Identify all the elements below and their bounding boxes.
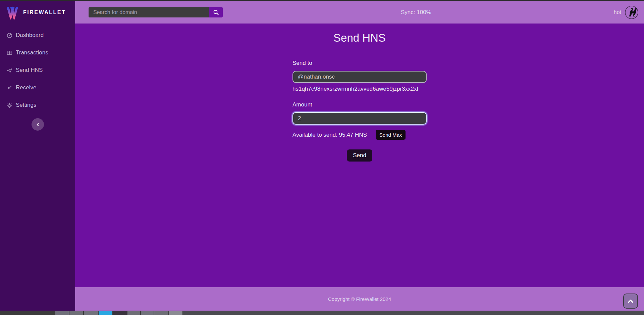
sidebar-item-label: Dashboard: [16, 32, 44, 39]
taskbar-segment[interactable]: [141, 311, 154, 315]
receive-arrow-icon: [7, 85, 12, 91]
amount-label: Amount: [292, 101, 427, 108]
taskbar-segment[interactable]: [69, 311, 83, 315]
search-input[interactable]: [89, 7, 209, 17]
domain-search: [89, 7, 223, 17]
search-icon: [213, 9, 219, 15]
wallet-name: hot: [614, 9, 621, 15]
taskbar-segment[interactable]: [183, 311, 644, 315]
firewallet-logo-icon: [5, 5, 19, 19]
app-title: FIREWALLET: [23, 9, 66, 15]
sidebar-item-settings[interactable]: Settings: [0, 96, 75, 114]
taskbar-strip[interactable]: [0, 311, 644, 315]
app-logo[interactable]: FIREWALLET: [0, 1, 75, 22]
sidebar-nav: Dashboard Transactions Send HNS Receive …: [0, 27, 75, 114]
table-icon: [7, 50, 12, 56]
amount-input[interactable]: [292, 112, 427, 125]
main-content: Send HNS Send to hs1qh7c98nexsrzwrmnh2av…: [75, 24, 644, 287]
resolved-address: hs1qh7c98nexsrzwrmnh2avved6awe59jzpr3xx2…: [292, 86, 427, 92]
available-balance: Available to send: 95.47 HNS: [292, 132, 367, 138]
taskbar-segment[interactable]: [99, 311, 112, 315]
wallet-area[interactable]: hot: [614, 1, 639, 24]
search-button[interactable]: [209, 7, 223, 17]
gauge-icon: [7, 33, 12, 38]
send-to-label: Send to: [292, 60, 427, 66]
taskbar-segment[interactable]: [84, 311, 98, 315]
send-max-button[interactable]: Send Max: [376, 130, 406, 140]
chevron-up-icon: [627, 299, 634, 304]
sidebar-item-label: Settings: [16, 102, 36, 108]
sidebar-item-dashboard[interactable]: Dashboard: [0, 27, 75, 44]
handshake-logo-icon[interactable]: [625, 5, 639, 19]
chevron-left-icon: [35, 122, 41, 128]
gear-icon: [7, 102, 12, 108]
taskbar-segment[interactable]: [169, 311, 182, 315]
taskbar-segment[interactable]: [154, 311, 168, 315]
sidebar: FIREWALLET Dashboard Transactions Send H…: [0, 1, 75, 311]
sidebar-item-receive[interactable]: Receive: [0, 79, 75, 96]
send-button[interactable]: Send: [347, 149, 372, 162]
send-form: Send to hs1qh7c98nexsrzwrmnh2avved6awe59…: [292, 60, 427, 162]
sidebar-item-label: Receive: [16, 84, 36, 91]
sidebar-item-transactions[interactable]: Transactions: [0, 44, 75, 61]
sidebar-item-send-hns[interactable]: Send HNS: [0, 61, 75, 79]
sidebar-item-label: Send HNS: [16, 67, 43, 74]
available-row: Available to send: 95.47 HNS Send Max: [292, 130, 427, 140]
sidebar-collapse-button[interactable]: [32, 118, 44, 131]
send-row: Send: [292, 149, 427, 162]
page-title: Send HNS: [75, 32, 644, 44]
footer: Copyright © FireWallet 2024: [75, 287, 644, 311]
scroll-to-top-button[interactable]: [623, 294, 638, 309]
sync-status: Sync: 100%: [401, 1, 431, 24]
taskbar-segment[interactable]: [127, 311, 140, 315]
sidebar-item-label: Transactions: [16, 49, 48, 56]
topbar: Sync: 100% hot: [75, 1, 644, 24]
taskbar-segment[interactable]: [55, 311, 69, 315]
send-to-input[interactable]: [292, 71, 427, 83]
taskbar-segment[interactable]: [113, 311, 127, 315]
send-icon: [7, 68, 12, 73]
copyright-text: Copyright © FireWallet 2024: [328, 296, 391, 302]
